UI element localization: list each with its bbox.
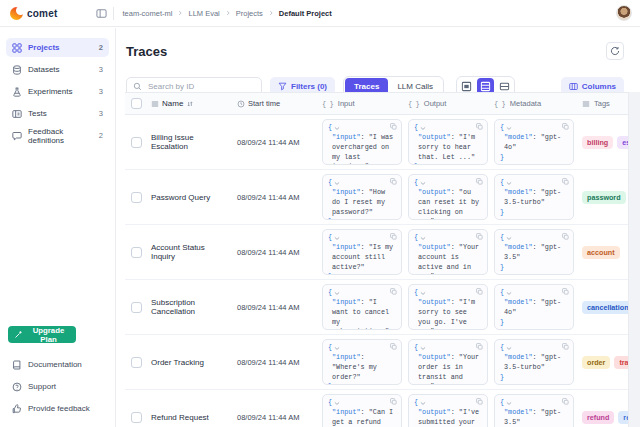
column-header-metadata[interactable]: { } Metadata bbox=[491, 99, 579, 108]
table-row[interactable]: Password Query 08/09/24 11:44 AM { "inpu… bbox=[125, 170, 628, 225]
tag-pill[interactable]: cancellation bbox=[582, 301, 628, 314]
sidebar-item-support[interactable]: Support bbox=[6, 377, 109, 396]
row-checkbox[interactable] bbox=[131, 192, 142, 203]
row-checkbox[interactable] bbox=[131, 412, 142, 423]
breadcrumb-section[interactable]: Projects bbox=[236, 9, 263, 18]
row-checkbox[interactable] bbox=[131, 137, 142, 148]
table-row[interactable]: Account Status Inquiry 08/09/24 11:44 AM… bbox=[125, 225, 628, 280]
chevron-down-icon[interactable] bbox=[334, 291, 340, 296]
tag-pill[interactable]: account bbox=[582, 246, 620, 259]
sidebar-item-provide-feedback[interactable]: Provide feedback bbox=[6, 399, 109, 418]
metadata-json-card[interactable]: { "model": "gpt-3.5-turbo" } bbox=[494, 174, 574, 220]
row-checkbox[interactable] bbox=[131, 357, 142, 368]
breadcrumb-workspace[interactable]: team-comet-ml bbox=[122, 9, 172, 18]
tag-pill[interactable]: tracking bbox=[614, 356, 628, 369]
metadata-json-card[interactable]: { "model": "gpt-3.5-turbo" } bbox=[494, 339, 574, 385]
input-json-card[interactable]: { "input": "How do I reset my password?"… bbox=[322, 174, 402, 220]
chevron-down-icon[interactable] bbox=[420, 291, 426, 296]
output-json-card[interactable]: { "output": "I'm sorry to see you go. I'… bbox=[408, 284, 488, 330]
search-input[interactable] bbox=[146, 81, 255, 92]
sidebar-item-experiments[interactable]: Experiments 3 bbox=[6, 82, 109, 101]
copy-icon[interactable] bbox=[390, 288, 397, 295]
table-row[interactable]: Billing Issue Escalation 08/09/24 11:44 … bbox=[125, 115, 628, 170]
chevron-down-icon[interactable] bbox=[506, 401, 512, 406]
copy-icon[interactable] bbox=[390, 178, 397, 185]
column-header-input[interactable]: { } Input bbox=[319, 99, 405, 108]
output-json-card[interactable]: { "output": "Your order is in transit an… bbox=[408, 339, 488, 385]
trace-name[interactable]: Order Tracking bbox=[147, 358, 233, 367]
input-json-card[interactable]: { "input": "I want to cancel my subscrip… bbox=[322, 284, 402, 330]
chevron-down-icon[interactable] bbox=[420, 126, 426, 131]
sort-icon[interactable] bbox=[186, 100, 194, 108]
sidebar-collapse-icon[interactable] bbox=[93, 5, 109, 21]
chevron-down-icon[interactable] bbox=[334, 401, 340, 406]
metadata-json-card[interactable]: { "model": "gpt-4o" } bbox=[494, 119, 574, 165]
metadata-json-card[interactable]: { "model": "gpt-3.5" } bbox=[494, 229, 574, 275]
trace-name[interactable]: Account Status Inquiry bbox=[147, 243, 233, 261]
input-json-card[interactable]: { "input": "Where's my order?" } bbox=[322, 339, 402, 385]
input-json-card[interactable]: { "input": "Can I get a refund for my la… bbox=[322, 394, 402, 427]
chevron-down-icon[interactable] bbox=[506, 181, 512, 186]
copy-icon[interactable] bbox=[390, 233, 397, 240]
table-row[interactable]: Subscription Cancellation 08/09/24 11:44… bbox=[125, 280, 628, 335]
input-json-card[interactable]: { "input": "Is my account still active?"… bbox=[322, 229, 402, 275]
upgrade-plan-button[interactable]: Upgrade Plan bbox=[8, 326, 76, 343]
column-header-name[interactable]: Name bbox=[147, 99, 233, 108]
tag-pill[interactable]: escalation bbox=[617, 136, 628, 149]
table-row[interactable]: Order Tracking 08/09/24 11:44 AM { "inpu… bbox=[125, 335, 628, 390]
output-json-card[interactable]: { "output": "ou can reset it by clicking… bbox=[408, 174, 488, 220]
user-avatar[interactable] bbox=[616, 5, 632, 21]
copy-icon[interactable] bbox=[476, 343, 483, 350]
sidebar-item-tests[interactable]: Tests 3 bbox=[6, 104, 109, 123]
copy-icon[interactable] bbox=[390, 398, 397, 405]
row-checkbox[interactable] bbox=[131, 247, 142, 258]
chevron-down-icon[interactable] bbox=[420, 236, 426, 241]
chevron-down-icon[interactable] bbox=[334, 346, 340, 351]
row-checkbox[interactable] bbox=[131, 302, 142, 313]
column-header-output[interactable]: { } Output bbox=[405, 99, 491, 108]
copy-icon[interactable] bbox=[476, 123, 483, 130]
chevron-down-icon[interactable] bbox=[506, 236, 512, 241]
metadata-json-card[interactable]: { "model": "gpt-3.5" } bbox=[494, 394, 574, 427]
copy-icon[interactable] bbox=[562, 233, 569, 240]
copy-icon[interactable] bbox=[390, 343, 397, 350]
column-header-start-time[interactable]: Start time bbox=[233, 99, 319, 108]
select-all-checkbox[interactable] bbox=[131, 98, 142, 109]
copy-icon[interactable] bbox=[390, 123, 397, 130]
output-json-card[interactable]: { "output": "I'm sorry to hear that. Let… bbox=[408, 119, 488, 165]
refresh-button[interactable] bbox=[606, 42, 624, 60]
table-row[interactable]: Refund Request 08/09/24 11:44 AM { "inpu… bbox=[125, 390, 628, 427]
trace-name[interactable]: Subscription Cancellation bbox=[147, 298, 233, 316]
sidebar-item-documentation[interactable]: Documentation bbox=[6, 355, 109, 374]
chevron-down-icon[interactable] bbox=[334, 181, 340, 186]
chevron-down-icon[interactable] bbox=[506, 346, 512, 351]
table-scrollbar-gutter[interactable] bbox=[628, 92, 640, 427]
trace-name[interactable]: Billing Issue Escalation bbox=[147, 133, 233, 151]
tag-pill[interactable]: billing bbox=[582, 136, 613, 149]
chevron-down-icon[interactable] bbox=[506, 291, 512, 296]
copy-icon[interactable] bbox=[476, 288, 483, 295]
column-header-tags[interactable]: Tags bbox=[579, 99, 628, 108]
tag-pill[interactable]: order bbox=[582, 356, 610, 369]
chevron-down-icon[interactable] bbox=[420, 401, 426, 406]
copy-icon[interactable] bbox=[562, 398, 569, 405]
output-json-card[interactable]: { "output": "I've submitted your refund … bbox=[408, 394, 488, 427]
breadcrumb-project[interactable]: LLM Eval bbox=[188, 9, 219, 18]
chevron-down-icon[interactable] bbox=[334, 236, 340, 241]
chevron-down-icon[interactable] bbox=[334, 126, 340, 131]
chevron-down-icon[interactable] bbox=[420, 346, 426, 351]
output-json-card[interactable]: { "output": "Your account is active and … bbox=[408, 229, 488, 275]
tag-pill[interactable]: request bbox=[618, 411, 628, 424]
input-json-card[interactable]: { "input": "I was overcharged on my last… bbox=[322, 119, 402, 165]
copy-icon[interactable] bbox=[476, 233, 483, 240]
copy-icon[interactable] bbox=[562, 288, 569, 295]
comet-logo[interactable]: comet bbox=[0, 7, 57, 20]
copy-icon[interactable] bbox=[562, 123, 569, 130]
metadata-json-card[interactable]: { "model": "gpt-4o" } bbox=[494, 284, 574, 330]
copy-icon[interactable] bbox=[476, 178, 483, 185]
chevron-down-icon[interactable] bbox=[506, 126, 512, 131]
trace-name[interactable]: Password Query bbox=[147, 193, 233, 202]
copy-icon[interactable] bbox=[562, 178, 569, 185]
sidebar-item-projects[interactable]: Projects 2 bbox=[6, 38, 109, 57]
copy-icon[interactable] bbox=[476, 398, 483, 405]
